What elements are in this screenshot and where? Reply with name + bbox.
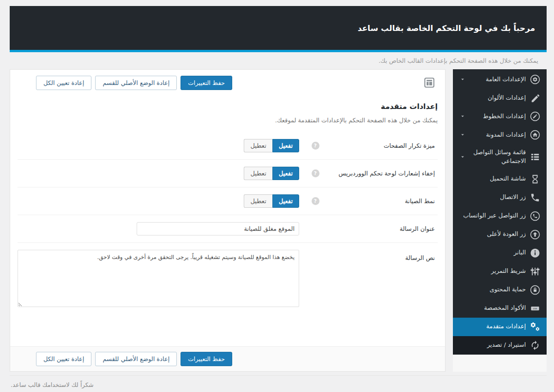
brush-icon bbox=[530, 93, 540, 103]
sidebar-item-label: إعدادات متقدمة bbox=[486, 322, 526, 331]
enable-button[interactable]: تفعيل bbox=[272, 194, 299, 208]
css-icon: css bbox=[530, 303, 540, 314]
lock-icon bbox=[530, 285, 540, 295]
gears-icon bbox=[530, 322, 540, 332]
chevron-down-icon bbox=[459, 76, 466, 83]
toggle-maintenance-mode: تفعيل تعطيل bbox=[244, 194, 299, 208]
sidebar-item-label: حماية المحتوى bbox=[489, 285, 526, 294]
setting-label: إخفاء إشعارات لوحة تحكم الووردبريس bbox=[331, 170, 438, 177]
whatsapp-icon bbox=[530, 211, 540, 221]
disable-button[interactable]: تعطيل bbox=[244, 167, 272, 180]
top-toolbar: حفظ التعييرات إعادة الوضع الأصلي للقسم إ… bbox=[10, 70, 445, 96]
page-title: مرحباً بك في لوحة التحكم الخاصة بقالب سا… bbox=[358, 24, 535, 33]
sidebar-item-label: الأكواد المخصصة bbox=[484, 304, 526, 313]
thanks-text: شكراً لك لاستخدامك قالب ساعد. bbox=[11, 381, 94, 388]
section-description: يمكنك من خلال هذه الصفحة التحكم بالإعداد… bbox=[18, 117, 438, 124]
sidebar-item-call-button[interactable]: زر الاتصال bbox=[453, 188, 547, 207]
sidebar-item-label: إعدادات المدونة bbox=[486, 131, 526, 139]
help-icon[interactable]: ? bbox=[312, 142, 319, 150]
sliders-icon bbox=[530, 266, 540, 277]
bottom-toolbar: حفظ التعييرات إعادة الوضع الأصلي للقسم إ… bbox=[10, 346, 445, 371]
list-icon bbox=[530, 152, 540, 162]
setting-row-page-duplication: ميزة تكرار الصفحات ? تفعيل تعطيل bbox=[18, 132, 438, 160]
reset-section-button-bottom[interactable]: إعادة الوضع الأصلي للقسم bbox=[95, 352, 177, 366]
setting-label: نمط الصيانة bbox=[331, 198, 438, 205]
section-header: إعدادات متقدمة يمكنك من خلال هذه الصفحة … bbox=[10, 96, 445, 132]
sidebar-item-label: زر الاتصال bbox=[500, 193, 526, 202]
sidebar-item-loading-screen[interactable]: شاشة التحميل bbox=[453, 170, 547, 188]
sidebar: الإعدادات العامة إعدادات الألوان إعدادات… bbox=[453, 69, 547, 372]
gear-icon bbox=[530, 74, 540, 84]
reset-all-button-top[interactable]: إعادة تعيين الكل bbox=[36, 76, 91, 90]
help-icon[interactable]: ? bbox=[312, 197, 319, 205]
message-title-input[interactable] bbox=[137, 222, 299, 235]
chevron-down-icon bbox=[459, 113, 466, 120]
sidebar-item-custom-codes[interactable]: css الأكواد المخصصة bbox=[453, 299, 547, 318]
setting-row-message-text: نص الرسالة يخضع هذا الموقع للصيانة وسيتم… bbox=[18, 243, 438, 314]
info-icon bbox=[530, 248, 540, 258]
sidebar-item-label: قائمة وسائل التواصل الاجتماعي bbox=[466, 148, 526, 166]
setting-label: ميزة تكرار الصفحات bbox=[331, 142, 438, 149]
message-text-textarea[interactable]: يخضع هذا الموقع للصيانة وسيتم تشغيله قري… bbox=[18, 250, 299, 307]
sidebar-item-label: شاشة التحميل bbox=[490, 175, 526, 183]
setting-row-message-title: عنوان الرسالة bbox=[18, 215, 438, 243]
sidebar-item-general-settings[interactable]: الإعدادات العامة bbox=[453, 70, 547, 89]
sidebar-item-blog-settings[interactable]: إعدادات المدونة bbox=[453, 126, 547, 144]
arrow-up-circle-icon bbox=[530, 229, 540, 240]
phone-icon bbox=[530, 193, 540, 203]
enable-button[interactable]: تفعيل bbox=[272, 139, 299, 152]
layout-icon bbox=[423, 77, 435, 89]
sidebar-item-slider[interactable]: شريط التمرير bbox=[453, 262, 547, 281]
sidebar-item-social-media-list[interactable]: قائمة وسائل التواصل الاجتماعي bbox=[453, 144, 547, 170]
toggle-hide-wp-notices: تفعيل تعطيل bbox=[244, 167, 299, 180]
panel-layout-button[interactable] bbox=[421, 75, 438, 90]
enable-button[interactable]: تفعيل bbox=[272, 167, 299, 180]
sidebar-item-whatsapp-button[interactable]: زر التواصل عبر الواتساب bbox=[453, 207, 547, 225]
sidebar-menu: الإعدادات العامة إعدادات الألوان إعدادات… bbox=[453, 69, 547, 355]
sidebar-item-label: البانر bbox=[514, 248, 526, 257]
setting-row-maintenance-mode: نمط الصيانة ? تفعيل تعطيل bbox=[18, 187, 438, 215]
section-title: إعدادات متقدمة bbox=[18, 102, 438, 111]
save-changes-button-top[interactable]: حفظ التعييرات bbox=[181, 76, 232, 90]
sidebar-item-font-settings[interactable]: إعدادات الخطوط bbox=[453, 107, 547, 126]
sidebar-item-label: زر التواصل عبر الواتساب bbox=[463, 211, 526, 220]
sync-icon bbox=[530, 340, 540, 350]
page-subtitle: يمكنك من خلال هذه الصفحة التحكم بإعدادات… bbox=[10, 52, 547, 69]
reset-all-button-bottom[interactable]: إعادة تعيين الكل bbox=[36, 352, 91, 366]
sidebar-item-color-settings[interactable]: إعدادات الألوان bbox=[453, 89, 547, 107]
settings-rows: ميزة تكرار الصفحات ? تفعيل تعطيل إخفاء إ… bbox=[10, 132, 445, 314]
sidebar-item-label: زر العودة لأعلى bbox=[487, 230, 526, 239]
page-footer: شكراً لك لاستخدامك قالب ساعد. bbox=[10, 375, 547, 389]
pencil-icon bbox=[530, 111, 540, 121]
settings-panel: حفظ التعييرات إعادة الوضع الأصلي للقسم إ… bbox=[10, 69, 446, 372]
sidebar-item-advanced-settings[interactable]: إعدادات متقدمة bbox=[453, 318, 547, 336]
sidebar-item-label: الإعدادات العامة bbox=[486, 75, 526, 84]
chevron-down-icon bbox=[459, 154, 466, 160]
setting-label: عنوان الرسالة bbox=[331, 225, 438, 232]
disable-button[interactable]: تعطيل bbox=[244, 139, 272, 152]
setting-label: نص الرسالة bbox=[331, 250, 438, 261]
sidebar-item-label: شريط التمرير bbox=[491, 267, 526, 276]
sidebar-item-banner[interactable]: البانر bbox=[453, 244, 547, 262]
sidebar-item-back-to-top[interactable]: زر العودة لأعلى bbox=[453, 225, 547, 244]
save-changes-button-bottom[interactable]: حفظ التعييرات bbox=[181, 352, 232, 366]
chevron-down-icon bbox=[459, 132, 466, 138]
sidebar-item-label: إعدادات الخطوط bbox=[483, 112, 526, 121]
sidebar-item-import-export[interactable]: استيراد / تصدير bbox=[453, 336, 547, 355]
reset-section-button-top[interactable]: إعادة الوضع الأصلي للقسم bbox=[95, 76, 177, 90]
home-icon bbox=[530, 130, 540, 140]
setting-row-hide-wp-notices: إخفاء إشعارات لوحة تحكم الووردبريس ? تفع… bbox=[18, 160, 438, 187]
sidebar-item-content-protection[interactable]: حماية المحتوى bbox=[453, 281, 547, 299]
page-header: مرحباً بك في لوحة التحكم الخاصة بقالب سا… bbox=[10, 6, 547, 52]
toggle-page-duplication: تفعيل تعطيل bbox=[244, 139, 299, 152]
sidebar-item-label: إعدادات الألوان bbox=[488, 94, 526, 103]
svg-text:css: css bbox=[533, 307, 537, 310]
disable-button[interactable]: تعطيل bbox=[244, 194, 272, 208]
help-icon[interactable]: ? bbox=[312, 169, 319, 177]
page: مرحباً بك في لوحة التحكم الخاصة بقالب سا… bbox=[0, 0, 554, 392]
hourglass-icon bbox=[530, 174, 540, 184]
sidebar-item-label: استيراد / تصدير bbox=[487, 341, 526, 350]
